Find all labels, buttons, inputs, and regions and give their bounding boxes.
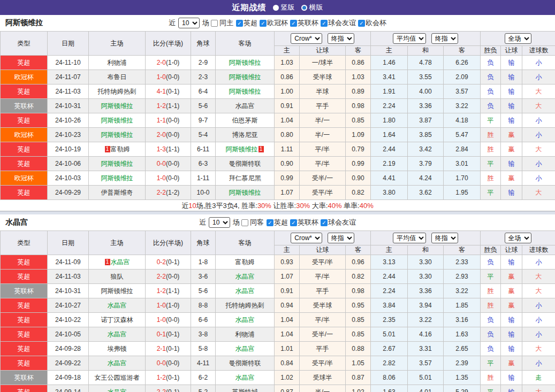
result-cell: 赢 xyxy=(501,356,522,371)
away-team-name[interactable]: 伯恩茅斯 xyxy=(232,117,258,124)
home-team-name[interactable]: 利物浦 xyxy=(108,59,127,66)
home-team-name[interactable]: 托特纳姆热刺 xyxy=(98,88,136,95)
league-filter[interactable]: ✓英联杯 xyxy=(290,18,318,28)
away-team-name[interactable]: 水晶宫 xyxy=(235,345,255,352)
same-venue-checkbox[interactable] xyxy=(241,219,248,226)
home-team-name[interactable]: 阿斯顿维拉 xyxy=(101,117,133,124)
league-filter[interactable]: ✓欧冠杯 xyxy=(260,18,288,28)
away-team-name[interactable]: 曼彻斯特联 xyxy=(229,160,261,167)
odds-company-select[interactable]: Crow* xyxy=(291,33,322,44)
home-team-name[interactable]: 阿斯顿维拉 xyxy=(101,160,133,167)
away-team-name[interactable]: 阿斯顿维拉 xyxy=(229,189,261,196)
avg-odds-cell: 1.95 xyxy=(444,186,481,200)
avg-odds-cell: 3.36 xyxy=(408,99,444,113)
away-team-name[interactable]: 托特纳姆热刺 xyxy=(226,302,264,309)
score-cell: 1-3(1-1) xyxy=(146,142,191,157)
home-team-name[interactable]: 水晶宫 xyxy=(108,330,127,338)
away-team-name[interactable]: 水晶宫 xyxy=(235,273,255,280)
league-filter[interactable]: ✓球会友谊 xyxy=(321,18,356,28)
home-team-name[interactable]: 诺丁汉森林 xyxy=(101,316,133,324)
home-team-name[interactable]: 水晶宫 xyxy=(108,388,127,392)
checkbox-checked-icon[interactable]: ✓ xyxy=(321,219,328,226)
home-team-name[interactable]: 水晶宫 xyxy=(111,258,130,266)
match-count-select[interactable]: 10 xyxy=(178,18,200,28)
checkbox-checked-icon[interactable]: ✓ xyxy=(290,219,297,226)
summary-segment: 让胜率: xyxy=(271,202,296,210)
scope-select[interactable]: 全场 xyxy=(505,33,531,44)
radio-vertical[interactable]: 竖版 xyxy=(273,3,295,12)
checkbox-checked-icon[interactable]: ✓ xyxy=(260,20,267,27)
result-cell: 胜 xyxy=(481,284,501,298)
away-team-name[interactable]: 莱斯特城 xyxy=(232,388,258,392)
home-team-name[interactable]: 阿斯顿维拉 xyxy=(101,287,133,295)
home-team-name[interactable]: 埃弗顿 xyxy=(108,345,127,352)
avg-odds-cell: 2.44 xyxy=(371,270,408,284)
league-filter[interactable]: ✓英联杯 xyxy=(290,218,318,227)
odds-company-select[interactable]: Crow* xyxy=(291,233,322,243)
checkbox-checked-icon[interactable]: ✓ xyxy=(267,219,273,226)
home-team-name[interactable]: 伊普斯维奇 xyxy=(101,189,133,196)
match-date: 24-11-03 xyxy=(48,84,89,99)
match-count-select[interactable]: 10 xyxy=(209,217,230,228)
odds-cell: 受半球 xyxy=(300,70,346,84)
avg-final-select[interactable]: 终指 xyxy=(431,233,458,243)
away-team-name[interactable]: 博洛尼亚 xyxy=(232,131,258,139)
away-team-name[interactable]: 利物浦 xyxy=(235,330,255,338)
away-team-name[interactable]: 阿斯顿维拉 xyxy=(229,88,261,95)
away-team-name[interactable]: 水晶宫 xyxy=(235,287,255,295)
league-filter[interactable]: ✓英超 xyxy=(236,18,257,28)
odds-cell: 0.85 xyxy=(346,313,371,327)
odds-final-select[interactable]: 终指 xyxy=(328,33,354,44)
radio-horizontal[interactable]: 横版 xyxy=(301,3,323,12)
odds-final-select[interactable]: 终指 xyxy=(328,233,354,243)
home-team-name[interactable]: 水晶宫 xyxy=(108,359,127,367)
result-cell: 负 xyxy=(481,56,501,70)
home-team-name[interactable]: 阿斯顿维拉 xyxy=(101,131,133,139)
match-date: 24-09-22 xyxy=(48,356,89,371)
away-team-name[interactable]: 阿斯顿维拉 xyxy=(229,59,261,66)
home-team-name[interactable]: 水晶宫 xyxy=(108,302,127,309)
home-team-name[interactable]: 富勒姆 xyxy=(111,145,130,153)
league-filter[interactable]: ✓欧会杯 xyxy=(358,18,386,28)
league-cell: 英超 xyxy=(1,327,48,342)
away-team-name[interactable]: 曼彻斯特联 xyxy=(229,359,261,367)
avg-final-select[interactable]: 终指 xyxy=(431,33,458,44)
home-team-name[interactable]: 阿斯顿维拉 xyxy=(101,102,133,110)
league-filter[interactable]: ✓球会友谊 xyxy=(321,218,356,227)
avg-odds-cell: 3.22 xyxy=(408,313,444,327)
checkbox-checked-icon[interactable]: ✓ xyxy=(236,20,243,27)
checkbox-checked-icon[interactable]: ✓ xyxy=(290,20,297,27)
league-badge: 英超 xyxy=(1,342,47,356)
matches-table: 类型 日期 主场 比分(半场) 角球 客场 Crow* 终指 平均值 终指 全场 xyxy=(0,230,555,392)
home-team-name[interactable]: 狼队 xyxy=(111,273,124,280)
radio-selected-icon[interactable] xyxy=(273,5,279,11)
summary-segment: 30% xyxy=(257,202,271,210)
home-team-name[interactable]: 布鲁日 xyxy=(108,73,127,81)
avg-select[interactable]: 平均值 xyxy=(393,33,426,44)
radio-unselected-icon[interactable] xyxy=(301,5,307,11)
home-team-name[interactable]: 女王公园巡游者 xyxy=(95,374,140,381)
away-team-name[interactable]: 水晶宫 xyxy=(235,374,255,381)
home-team-name[interactable]: 阿斯顿维拉 xyxy=(101,174,133,182)
league-cell: 英超 xyxy=(1,56,48,70)
match-date: 24-11-03 xyxy=(48,270,89,284)
away-team-name[interactable]: 阿斯顿维拉 xyxy=(229,73,261,81)
scope-select[interactable]: 全场 xyxy=(505,233,531,243)
away-team-name[interactable]: 富勒姆 xyxy=(235,258,255,266)
away-team-name[interactable]: 水晶宫 xyxy=(235,102,255,110)
away-team-name[interactable]: 阿斯顿维拉 xyxy=(226,145,258,153)
checkbox-checked-icon[interactable]: ✓ xyxy=(321,20,328,27)
result-cell: 输 xyxy=(501,157,522,171)
avg-select[interactable]: 平均值 xyxy=(393,233,426,243)
result-cell: 赢 xyxy=(501,171,522,186)
same-venue-checkbox[interactable] xyxy=(211,20,218,27)
odds-cell: 1.11 xyxy=(275,142,300,157)
avg-odds-cell: 3.79 xyxy=(408,157,444,171)
checkbox-checked-icon[interactable]: ✓ xyxy=(358,20,365,27)
away-team-name[interactable]: 水晶宫 xyxy=(235,316,255,324)
col-wdl: 胜负 xyxy=(481,245,501,255)
league-filter[interactable]: ✓英超 xyxy=(267,218,288,227)
away-team-name[interactable]: 拜仁慕尼黑 xyxy=(229,174,261,182)
league-filter-label: 英联杯 xyxy=(298,18,318,28)
col-handicap: 让球 xyxy=(300,245,346,255)
